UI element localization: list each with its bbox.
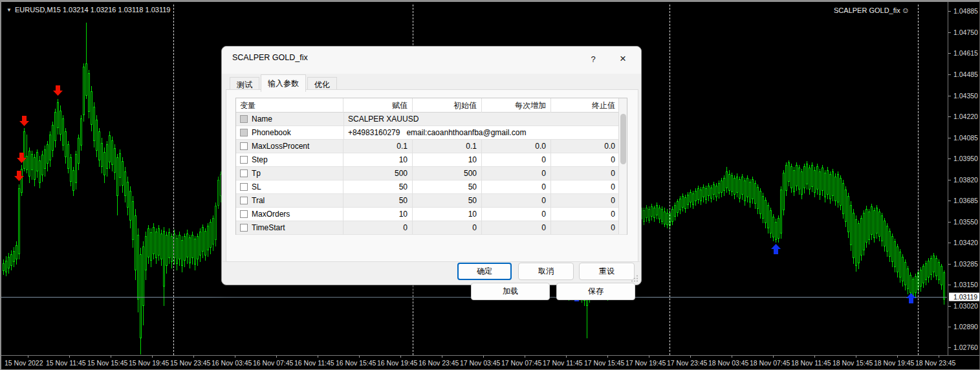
param-checkbox[interactable]	[240, 169, 248, 177]
param-value[interactable]: 10	[412, 153, 481, 167]
day-separator-line	[918, 5, 919, 355]
param-value[interactable]: 0	[481, 221, 550, 235]
param-value[interactable]: 500	[412, 167, 481, 180]
param-row[interactable]: Tp50050000	[236, 167, 627, 180]
candle-body	[80, 118, 82, 146]
candle-body	[850, 205, 852, 245]
candle-body	[853, 213, 855, 258]
param-row[interactable]: MaxLossProcent0.10.10.00.0	[236, 140, 627, 153]
time-axis[interactable]: 15 Nov 202215 Nov 11:4515 Nov 15:4515 No…	[1, 355, 980, 370]
param-row[interactable]: Phonebook+84983160279 email:caoanhthoanf…	[236, 126, 627, 140]
param-row[interactable]: NameSCALPER XAUUSD	[236, 113, 627, 126]
param-value[interactable]: 0	[550, 167, 620, 180]
time-axis-label: 18 Nov 19:45	[874, 359, 914, 367]
param-value[interactable]: 10	[343, 208, 412, 221]
param-value[interactable]: 0.0	[550, 140, 620, 153]
param-name: Step	[252, 153, 268, 167]
param-value[interactable]: 0	[481, 208, 550, 221]
param-value[interactable]: 0.1	[412, 140, 481, 153]
candle-body	[186, 234, 188, 257]
param-value[interactable]: 500	[343, 167, 412, 180]
reset-button[interactable]: 重设	[579, 263, 635, 280]
param-checkbox[interactable]	[240, 224, 248, 232]
candle-body	[708, 186, 710, 196]
candle-body	[790, 166, 792, 188]
candle-body	[158, 228, 160, 256]
time-axis-tick	[607, 356, 608, 358]
price-axis-label: 1.03950	[953, 155, 978, 162]
time-axis-label: 17 Nov 23:45	[667, 359, 707, 367]
chart-header: ▼EURUSD,M15 1.03214 1.03216 1.03118 1.03…	[6, 6, 170, 14]
candle-body	[840, 178, 842, 206]
candle-body	[726, 171, 728, 188]
param-value[interactable]: 0	[550, 180, 620, 194]
candle-body	[920, 270, 922, 287]
param-row[interactable]: Step101000	[236, 153, 627, 167]
param-value[interactable]: 50	[343, 180, 412, 194]
param-value[interactable]: 0	[481, 167, 550, 180]
time-axis-tick	[939, 356, 939, 358]
price-axis-label: 1.04750	[953, 28, 978, 36]
param-value[interactable]: 0.0	[481, 140, 550, 153]
load-button[interactable]: 加载	[471, 283, 550, 300]
param-value[interactable]: 0	[550, 208, 620, 221]
resize-grip[interactable]	[631, 275, 638, 282]
param-value[interactable]: 0	[550, 153, 620, 167]
candle-body	[674, 205, 676, 217]
param-value[interactable]: 50	[412, 194, 481, 208]
param-value[interactable]: 0	[550, 221, 620, 235]
candle-body	[863, 213, 865, 250]
param-value[interactable]: 0	[481, 194, 550, 208]
param-row[interactable]: TimeStart0000	[236, 221, 627, 235]
ok-button[interactable]: 确定	[457, 263, 512, 280]
param-checkbox[interactable]	[240, 142, 248, 150]
candle-body	[671, 209, 673, 222]
param-checkbox[interactable]	[240, 183, 248, 191]
param-value[interactable]: 0	[343, 221, 412, 235]
param-checkbox[interactable]	[240, 129, 248, 136]
candle-body	[713, 184, 715, 195]
time-axis-tick	[483, 356, 484, 358]
param-checkbox[interactable]	[240, 156, 248, 164]
candle-body	[832, 171, 834, 196]
param-name: MaxLossProcent	[252, 140, 309, 153]
param-value[interactable]: +84983160279 email:caoanhthoanfba@gmail.…	[343, 126, 620, 140]
param-value[interactable]: SCALPER XAUUSD	[343, 113, 620, 126]
candle-body	[49, 135, 51, 160]
candle-body	[78, 138, 80, 164]
param-value[interactable]: 50	[343, 194, 412, 208]
param-row[interactable]: SL505000	[236, 180, 627, 194]
param-checkbox[interactable]	[240, 210, 248, 218]
param-value[interactable]: 0	[412, 221, 481, 235]
dialog-title-bar[interactable]: SCALPER GOLD_fix ? ×	[222, 47, 641, 74]
param-value[interactable]: 50	[412, 180, 481, 194]
param-value[interactable]: 10	[343, 153, 412, 167]
ea-smiley-icon[interactable]: ☺	[902, 6, 909, 15]
param-row[interactable]: MaxOrders101000	[236, 208, 627, 221]
param-checkbox[interactable]	[240, 115, 248, 123]
param-value[interactable]: 0	[481, 180, 550, 194]
time-axis-label: 15 Nov 19:45	[129, 359, 169, 367]
param-value[interactable]: 0.1	[343, 140, 412, 153]
tab-inputs[interactable]: 输入参数	[261, 74, 306, 92]
candle-body	[728, 174, 730, 191]
candle-body	[124, 171, 126, 196]
candle-body	[935, 258, 937, 276]
table-scrollbar[interactable]	[618, 98, 627, 234]
candle-body	[858, 223, 860, 263]
help-button[interactable]: ?	[582, 49, 605, 69]
cancel-button[interactable]: 取消	[518, 263, 574, 280]
candle-body	[179, 235, 180, 259]
param-row[interactable]: Tral505000	[236, 194, 627, 208]
price-axis[interactable]: 1.048851.047501.046151.044851.043501.042…	[948, 2, 980, 355]
param-value[interactable]: 0	[481, 153, 550, 167]
param-checkbox[interactable]	[240, 197, 248, 204]
save-button[interactable]: 保存	[556, 283, 635, 300]
table-scrollbar-thumb[interactable]	[620, 114, 626, 164]
close-icon[interactable]: ×	[610, 49, 636, 69]
time-axis-tick	[235, 356, 235, 358]
symbol-dropdown-icon[interactable]: ▼	[6, 7, 12, 13]
param-value[interactable]: 10	[412, 208, 481, 221]
param-value[interactable]: 0	[550, 194, 620, 208]
candle-body	[194, 239, 196, 265]
